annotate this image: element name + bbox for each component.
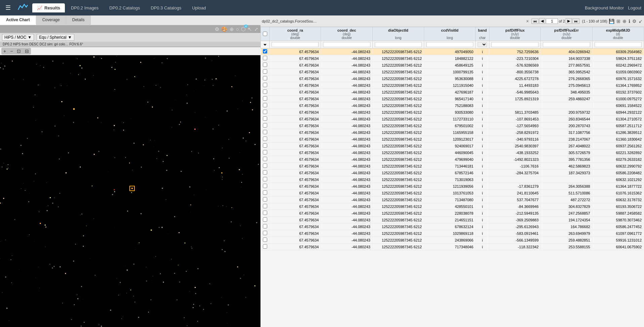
projection-selector[interactable]: Equ / Spherical ▼ [37,34,74,41]
row-select-checkbox[interactable] [263,150,267,154]
column-settings-icon[interactable]: ⊞ [616,19,620,24]
logout-button[interactable]: Logout [628,5,641,10]
row-select-checkbox[interactable] [263,190,267,195]
next-page-button[interactable]: ▶ [566,18,572,24]
row-select-checkbox[interactable] [263,238,267,242]
info-icon[interactable]: ℹ [629,19,630,24]
col-header-ccdvisitid[interactable]: ccdVisitId long [424,27,475,41]
row-select-checkbox[interactable] [263,137,267,141]
row-select-checkbox[interactable] [263,110,267,114]
table-close-button[interactable]: × [525,19,530,24]
row-select-checkbox[interactable] [263,89,267,94]
filter-psfdifffluxerr[interactable] [541,41,592,48]
tab-details[interactable]: Details [66,15,91,25]
col-header-expmidptmjd[interactable]: expMidptMJD (d) double [592,27,644,41]
col-header-diaobjectid[interactable]: diaObjectId long [372,27,424,41]
zoom-out-button[interactable]: − [8,48,15,54]
filter-diaobjectid-input[interactable] [375,42,422,47]
crop-icon[interactable]: ⊕ [230,26,234,32]
filter-coord-ra[interactable] [270,41,321,48]
filter-coord-dec[interactable] [321,41,372,48]
row-select-checkbox[interactable] [263,130,267,134]
filter-coord-ra-input[interactable] [272,42,319,47]
cell-psfdifffluxerr: 267.4048022 [541,143,592,149]
row-select-checkbox[interactable] [263,83,267,87]
background-monitor-link[interactable]: Background Monitor [585,5,624,10]
filter-band-select[interactable] [478,42,487,47]
filter-expmidptmjd[interactable] [592,41,644,48]
row-select-checkbox[interactable] [263,184,267,188]
select-all-checkbox[interactable] [263,32,267,36]
row-select-checkbox[interactable] [263,224,267,228]
row-select-checkbox[interactable] [263,116,267,121]
row-select-checkbox[interactable] [263,231,267,235]
row-select-checkbox[interactable] [263,164,267,168]
tab-upload[interactable]: Upload [187,3,210,12]
tab-dp03-catalogs[interactable]: DP0.3 Catalogs [146,3,186,12]
row-select-checkbox[interactable] [263,197,267,202]
row-select-checkbox[interactable] [263,49,267,53]
select-all-header[interactable] [261,27,270,41]
filter-expmidptmjd-input[interactable] [595,42,642,47]
row-select-checkbox[interactable] [263,170,267,175]
row-select-checkbox[interactable] [263,123,267,128]
tab-results[interactable]: 📈 Results [32,3,65,12]
row-select-checkbox[interactable] [263,69,267,74]
filter-psfdiffflux[interactable] [489,41,541,48]
color-wheel-icon[interactable]: 🎨 [221,26,228,32]
row-select-checkbox[interactable] [263,211,267,215]
filter-diaobjectid[interactable] [372,41,424,48]
hips-moc-selector[interactable]: HiPS / MOC ▼ [2,34,34,41]
row-checkbox-cell [261,223,270,230]
expand-icon[interactable]: ⤢ [254,26,258,32]
col-header-psfdiffflux[interactable]: psfDiffFlux (nJy) double [489,27,541,41]
zoom-reset-button[interactable]: ⊟ [23,48,31,54]
row-select-checkbox[interactable] [263,204,267,208]
prev-page-button[interactable]: ◀ [539,18,545,24]
save-table-icon[interactable]: 💾 [609,19,614,24]
filter-psfdifffluxerr-input[interactable] [543,42,590,47]
settings-icon[interactable]: ⚙ [632,19,637,24]
add-column-icon[interactable]: ⊕ [622,19,627,24]
last-page-button[interactable]: ⏭ [572,19,579,24]
filter-band[interactable] [476,41,489,48]
row-select-checkbox[interactable] [263,244,267,249]
filter-ccdvisitid-input[interactable] [426,42,473,47]
row-select-checkbox[interactable] [263,56,267,60]
circle-tool-icon[interactable]: ○ [236,26,239,32]
tab-coverage[interactable]: Coverage [36,15,66,25]
expand-table-icon[interactable]: ↙ [639,19,643,24]
filter-coord-dec-input[interactable] [323,42,370,47]
tools-icon[interactable]: ⚙ [215,26,219,32]
table-row: 67.4579634-44.080243125222205987345 6212… [261,183,644,190]
sky-map[interactable]: // Draw stars on canvas document.addEven… [0,55,260,327]
row-select-checkbox[interactable] [263,76,267,80]
row-select-checkbox[interactable] [263,143,267,148]
cell-diaobjectid: 125222205987345 6212 [372,196,424,203]
col-header-coord-ra[interactable]: coord_ra (deg) double [270,27,321,41]
tab-active-chart[interactable]: Active Chart [0,15,36,25]
zoom-in-button[interactable]: + [1,48,8,54]
hamburger-menu-button[interactable]: ☰ [3,3,13,13]
table-row: 67.4579634-44.080243125222205987345 6212… [261,122,644,129]
row-select-checkbox[interactable] [263,217,267,222]
row-select-checkbox[interactable] [263,157,267,161]
first-page-button[interactable]: ⏮ [531,19,538,24]
tab-dp02-catalogs[interactable]: DP0.2 Catalogs [105,3,145,12]
filter-ccdvisitid[interactable] [424,41,475,48]
filter-psfdiffflux-input[interactable] [491,42,538,47]
row-select-checkbox[interactable] [263,96,267,101]
col-header-coord-dec[interactable]: coord_dec (deg) double [321,27,372,41]
page-number-input[interactable] [546,19,558,24]
pointer-icon[interactable]: ↖ [248,26,252,32]
tab-dp02-images[interactable]: DP0.2 Images [66,3,103,12]
table-row: 67.4579634-44.080243125222205987345 6212… [261,62,644,69]
zoom-fit-button[interactable]: ⊡ [15,48,23,54]
table-container[interactable]: coord_ra (deg) double coord_dec (deg) do… [260,27,644,327]
col-header-psfdifffluxerr[interactable]: psfDiffFluxErr (nJy) double [541,27,592,41]
col-header-band[interactable]: band char [476,27,489,41]
layers-icon[interactable]: ⬡ 4 [241,26,246,32]
row-select-checkbox[interactable] [263,177,267,181]
row-select-checkbox[interactable] [263,103,267,107]
row-select-checkbox[interactable] [263,63,267,67]
